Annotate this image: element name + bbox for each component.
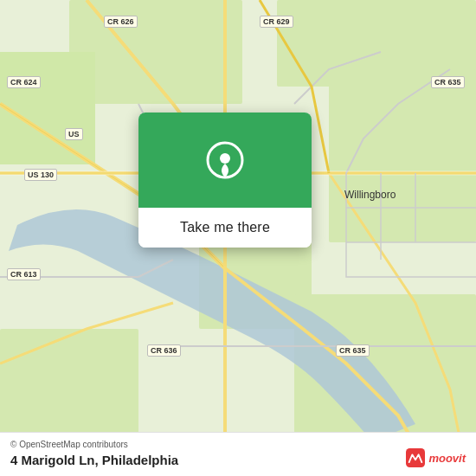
svg-rect-5 — [0, 52, 95, 164]
road-label-us: US — [65, 128, 83, 140]
location-title: 4 Marigold Ln, Philadelphia — [10, 453, 466, 467]
osm-credit: © OpenStreetMap contributors — [10, 440, 466, 449]
location-pin-icon — [206, 141, 244, 179]
map-container: CR 626 CR 629 CR 624 US US 130 CR 613 CR… — [0, 0, 476, 476]
road-label-cr626: CR 626 — [104, 16, 138, 28]
moovit-brand-icon — [406, 448, 425, 467]
svg-point-10 — [220, 153, 230, 164]
moovit-logo: moovit — [406, 448, 466, 467]
svg-rect-4 — [329, 69, 476, 242]
road-label-cr624: CR 624 — [7, 76, 41, 88]
popup-map-preview — [138, 113, 312, 208]
moovit-text-label: moovit — [428, 452, 466, 465]
road-label-cr635: CR 635 — [336, 344, 370, 357]
take-me-there-button[interactable]: Take me there — [138, 208, 312, 248]
location-popup: Take me there — [138, 113, 312, 248]
bottom-bar: © OpenStreetMap contributors 4 Marigold … — [0, 432, 476, 476]
road-label-cr-right: CR 635 — [431, 76, 465, 88]
road-label-cr613: CR 613 — [7, 268, 41, 280]
road-label-cr629: CR 629 — [260, 16, 293, 28]
svg-rect-11 — [406, 448, 425, 467]
road-label-cr636: CR 636 — [147, 344, 181, 357]
city-label-willingboro: Willingboro — [344, 189, 396, 201]
road-label-us130: US 130 — [24, 169, 57, 181]
